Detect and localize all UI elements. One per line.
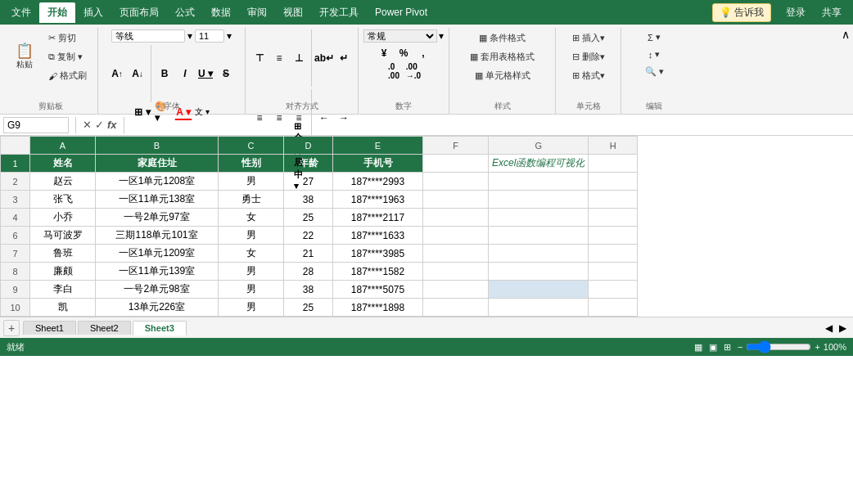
cell-f10[interactable] <box>423 299 489 317</box>
cell-f3[interactable] <box>423 191 489 209</box>
cell-a9[interactable]: 李白 <box>30 281 96 299</box>
cell-a3[interactable]: 张飞 <box>30 191 96 209</box>
cell-h9[interactable] <box>589 281 638 299</box>
cell-f7[interactable] <box>423 245 489 263</box>
delete-cells-button[interactable]: ⊟ 删除▾ <box>566 48 611 65</box>
cell-g8[interactable] <box>489 263 589 281</box>
cell-c6[interactable]: 男 <box>219 227 284 245</box>
underline-button[interactable]: U ▾ <box>196 65 214 82</box>
percent-button[interactable]: % <box>395 45 413 61</box>
font-size-decrease-button[interactable]: A↓ <box>129 65 147 82</box>
row-num-2[interactable]: 2 <box>1 173 30 191</box>
cell-a1[interactable]: 姓名 <box>30 155 96 173</box>
row-num-6[interactable]: 6 <box>1 227 30 245</box>
menu-item-view[interactable]: 视图 <box>275 2 311 23</box>
cell-h1[interactable] <box>589 155 638 173</box>
cell-c1[interactable]: 性别 <box>219 155 284 173</box>
scroll-left-btn[interactable]: ◀ <box>822 322 836 334</box>
zoom-increase-icon[interactable]: + <box>815 342 819 352</box>
login-btn[interactable]: 登录 <box>778 2 814 23</box>
row-num-3[interactable]: 3 <box>1 191 30 209</box>
cell-b2[interactable]: 一区1单元1208室 <box>96 173 219 191</box>
row-num-9[interactable]: 9 <box>1 281 30 299</box>
cell-b3[interactable]: 一区11单元138室 <box>96 191 219 209</box>
col-header-d[interactable]: D <box>284 137 333 155</box>
cell-c4[interactable]: 女 <box>219 209 284 227</box>
cell-a4[interactable]: 小乔 <box>30 209 96 227</box>
col-header-b[interactable]: B <box>96 137 219 155</box>
currency-button[interactable]: ¥ <box>375 45 393 61</box>
cell-b10[interactable]: 13单元226室 <box>96 299 219 317</box>
cell-c8[interactable]: 男 <box>219 263 284 281</box>
cell-g7[interactable] <box>489 245 589 263</box>
font-size-dropdown-icon[interactable]: ▾ <box>227 30 232 42</box>
share-btn[interactable]: 共享 <box>814 2 850 23</box>
scroll-right-btn[interactable]: ▶ <box>836 322 850 334</box>
cell-b1[interactable]: 家庭住址 <box>96 155 219 173</box>
font-size-input[interactable] <box>195 29 224 43</box>
cell-f9[interactable] <box>423 281 489 299</box>
italic-button[interactable]: I <box>176 65 194 82</box>
cell-e8[interactable]: 187****1582 <box>333 263 423 281</box>
format-painter-button[interactable]: 🖌 格式刷 <box>43 67 93 84</box>
confirm-formula-icon[interactable]: ✓ <box>95 119 104 131</box>
cell-h7[interactable] <box>589 245 638 263</box>
align-center-button[interactable]: ≡ <box>270 110 288 126</box>
cell-h10[interactable] <box>589 299 638 317</box>
col-header-a[interactable]: A <box>30 137 96 155</box>
grid-scroll-area[interactable]: A B C D E F G H 1 姓名 家庭住址 性别 年龄 <box>0 136 853 317</box>
cell-d4[interactable]: 25 <box>284 209 333 227</box>
align-left-button[interactable]: ≡ <box>250 110 269 126</box>
cell-e9[interactable]: 187****5075 <box>333 281 423 299</box>
view-layout-btn[interactable]: ▣ <box>709 342 717 353</box>
cell-e1[interactable]: 手机号 <box>333 155 423 173</box>
font-name-dropdown-icon[interactable]: ▾ <box>187 30 192 42</box>
cell-c2[interactable]: 男 <box>219 173 284 191</box>
cell-b7[interactable]: 一区1单元1209室 <box>96 245 219 263</box>
row-num-1[interactable]: 1 <box>1 155 30 173</box>
cell-h8[interactable] <box>589 263 638 281</box>
cell-e2[interactable]: 187****2993 <box>333 173 423 191</box>
insert-function-icon[interactable]: fx <box>107 119 117 131</box>
zoom-range[interactable] <box>746 340 811 353</box>
cell-g10[interactable] <box>489 299 589 317</box>
menu-item-home[interactable]: 开始 <box>39 2 75 23</box>
col-header-f[interactable]: F <box>423 137 489 155</box>
format-cells-button[interactable]: ⊞ 格式▾ <box>566 67 611 84</box>
cell-f2[interactable] <box>423 173 489 191</box>
cell-b9[interactable]: 一号2单元98室 <box>96 281 219 299</box>
col-header-c[interactable]: C <box>219 137 284 155</box>
cell-f4[interactable] <box>423 209 489 227</box>
sheet-tab-sheet3[interactable]: Sheet3 <box>133 321 187 335</box>
row-num-10[interactable]: 10 <box>1 299 30 317</box>
wrap-text-button[interactable]: ↵ <box>335 50 353 66</box>
cell-g3[interactable] <box>489 191 589 209</box>
cell-d6[interactable]: 22 <box>284 227 333 245</box>
cell-b8[interactable]: 一区11单元139室 <box>96 263 219 281</box>
find-button[interactable]: 🔍 ▾ <box>639 64 670 79</box>
cell-a2[interactable]: 赵云 <box>30 173 96 191</box>
sheet-tab-sheet1[interactable]: Sheet1 <box>23 321 76 335</box>
cell-d3[interactable]: 38 <box>284 191 333 209</box>
align-middle-button[interactable]: ≡ <box>270 50 288 66</box>
cell-e7[interactable]: 187****3985 <box>333 245 423 263</box>
menu-item-insert[interactable]: 插入 <box>75 2 111 23</box>
decimal-decrease-button[interactable]: .00→.0 <box>404 63 422 79</box>
table-format-button[interactable]: ▦ 套用表格格式 <box>464 48 540 65</box>
zoom-slider[interactable]: − + 100% <box>738 340 846 353</box>
copy-button[interactable]: ⧉ 复制 ▾ <box>43 48 93 65</box>
borders-button[interactable]: ⊞ ▾ <box>133 104 151 120</box>
cell-f6[interactable] <box>423 227 489 245</box>
zoom-decrease-icon[interactable]: − <box>738 342 742 352</box>
insert-cells-button[interactable]: ⊞ 插入▾ <box>566 29 611 47</box>
strikethrough-button[interactable]: S <box>217 65 235 82</box>
cell-h3[interactable] <box>589 191 638 209</box>
menu-item-dev[interactable]: 开发工具 <box>311 2 367 23</box>
cell-h6[interactable] <box>589 227 638 245</box>
paste-button[interactable]: 📋 粘贴 <box>8 41 41 73</box>
indent-decrease-button[interactable]: ← <box>315 110 333 126</box>
decimal-increase-button[interactable]: .0.00 <box>385 63 403 79</box>
wen-btn[interactable]: 文 ▾ <box>195 106 210 118</box>
menu-item-powerpivot[interactable]: Power Pivot <box>367 3 436 21</box>
bold-button[interactable]: B <box>156 65 174 82</box>
